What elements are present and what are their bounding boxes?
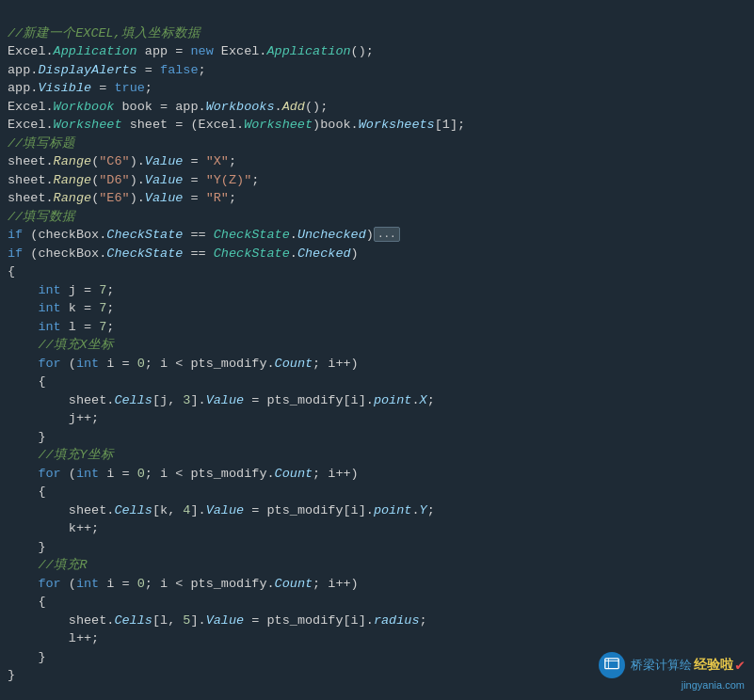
token: ).	[130, 191, 145, 205]
line-content: app.DisplayAlerts = false;	[8, 61, 746, 80]
code-line: //新建一个EXCEL,填入坐标数据	[0, 24, 754, 43]
token: Application	[266, 44, 350, 58]
token: "C6"	[99, 154, 129, 168]
token: int	[76, 577, 99, 591]
line-content: int k = 7;	[8, 299, 746, 318]
line-content: //新建一个EXCEL,填入坐标数据	[8, 24, 746, 43]
token: CheckState	[106, 247, 183, 261]
line-content: app.Visible = true;	[8, 79, 746, 98]
token: Range	[54, 173, 92, 187]
line-content: sheet.Cells[l, 5].Value = pts_modify[i].…	[8, 612, 746, 630]
svg-rect-0	[605, 659, 618, 669]
token: Value	[206, 613, 245, 628]
token: for	[38, 577, 60, 591]
token: CheckState	[214, 247, 290, 261]
line-content: {	[8, 262, 746, 281]
code-line: {	[0, 262, 754, 281]
line-content: Excel.Workbook book = app.Workbooks.Add(…	[8, 98, 746, 117]
code-line: {	[0, 483, 754, 501]
token: }	[8, 540, 46, 554]
line-content: }	[8, 428, 746, 447]
token: Range	[54, 191, 92, 205]
token: point	[374, 503, 412, 517]
token: sheet.	[8, 154, 54, 168]
token: ;	[199, 63, 206, 77]
token: //填充R	[8, 558, 88, 572]
code-line: {	[0, 593, 754, 612]
token: sheet = (Excel.	[122, 118, 245, 132]
line-content: if (checkBox.CheckState == CheckState.Un…	[8, 226, 746, 245]
token: (	[61, 577, 76, 591]
token: (checkBox.	[23, 228, 106, 242]
token: ;	[420, 613, 427, 628]
token: //填充Y坐标	[8, 448, 114, 462]
line-content: sheet.Cells[j, 3].Value = pts_modify[i].…	[8, 391, 746, 410]
token: app =	[137, 44, 191, 58]
token: Application	[54, 44, 137, 58]
token: (checkBox.	[23, 247, 106, 261]
code-line: sheet.Cells[l, 5].Value = pts_modify[i].…	[0, 612, 754, 630]
token: X	[420, 393, 427, 407]
token: sheet.	[8, 393, 114, 407]
token: Cells	[114, 393, 152, 407]
token: int	[38, 320, 60, 334]
watermark-text2: 经验啦	[694, 657, 733, 674]
token: Visible	[38, 81, 91, 95]
token: 0	[137, 357, 145, 371]
code-block: //新建一个EXCEL,填入坐标数据Excel.Application app …	[0, 0, 754, 691]
token: int	[38, 301, 60, 315]
token: =	[183, 173, 205, 187]
line-content: Excel.Worksheet sheet = (Excel.Worksheet…	[8, 116, 746, 135]
token: {	[8, 374, 46, 389]
line-content: sheet.Range("C6").Value = "X";	[8, 152, 746, 171]
ellipsis-button[interactable]: ...	[374, 227, 400, 242]
token: int	[38, 283, 60, 297]
code-line: k++;	[0, 519, 754, 538]
token: int	[76, 357, 99, 371]
line-content: //填充R	[8, 556, 746, 575]
token: "D6"	[99, 173, 129, 187]
token: "R"	[206, 191, 229, 205]
line-content: k++;	[8, 519, 746, 538]
token: //填写标题	[8, 136, 75, 151]
line-content: }	[8, 538, 746, 557]
line-content: //填写标题	[8, 135, 746, 153]
code-line: if (checkBox.CheckState == CheckState.Ch…	[0, 245, 754, 263]
code-line: for (int i = 0; i < pts_modify.Count; i+…	[0, 355, 754, 374]
token: i =	[99, 467, 137, 481]
line-content: int j = 7;	[8, 281, 746, 300]
token: l++;	[8, 631, 99, 645]
token: 0	[137, 577, 145, 591]
code-line: sheet.Cells[j, 3].Value = pts_modify[i].…	[0, 391, 754, 410]
line-content: sheet.Cells[k, 4].Value = pts_modify[i].…	[8, 501, 746, 520]
token: Checked	[297, 247, 351, 261]
token: sheet.	[8, 503, 114, 517]
token: true	[114, 81, 144, 95]
token	[8, 357, 38, 371]
token: Y	[420, 503, 427, 517]
watermark-check: ✔	[735, 656, 745, 675]
code-line: int l = 7;	[0, 318, 754, 337]
token: ).	[130, 173, 145, 187]
token: = pts_modify[i].	[244, 613, 374, 628]
token: ].	[190, 613, 205, 628]
token: )	[351, 247, 359, 261]
code-line: if (checkBox.CheckState == CheckState.Un…	[0, 226, 754, 245]
token: ; i < pts_modify.	[145, 357, 275, 371]
token: Cells	[114, 613, 152, 628]
token: "X"	[206, 154, 229, 168]
token: ; i < pts_modify.	[145, 577, 275, 591]
watermark: 桥梁计算绘 经验啦 ✔ jingyania.com	[599, 652, 745, 691]
token: sheet.	[8, 173, 54, 187]
code-line: sheet.Range("C6").Value = "X";	[0, 152, 754, 171]
line-content: //填充X坐标	[8, 336, 746, 355]
token: l =	[61, 320, 100, 334]
token: ; i++)	[313, 357, 359, 371]
token: false	[160, 63, 199, 77]
code-line: //填写标题	[0, 135, 754, 153]
token: Excel.	[8, 118, 54, 132]
token: for	[38, 357, 60, 371]
line-content: l++;	[8, 629, 746, 648]
token: for	[38, 467, 60, 481]
token: ;	[229, 154, 236, 168]
